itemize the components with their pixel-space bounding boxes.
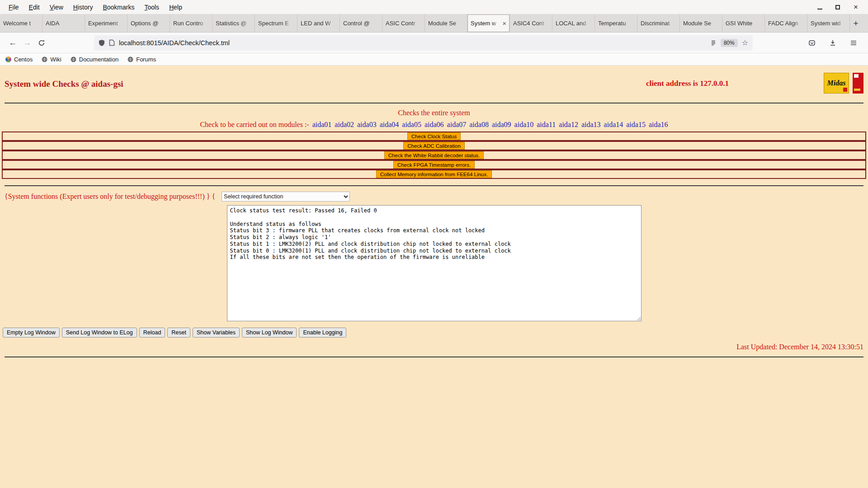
divider bbox=[5, 185, 863, 186]
log-window[interactable]: Clock status test result: Passed 16, Fai… bbox=[227, 205, 642, 321]
tab-label: Module Se bbox=[683, 20, 719, 27]
reload-icon bbox=[38, 39, 45, 47]
bookmark-item[interactable]: Documentation bbox=[71, 56, 118, 63]
check-row: Check ADC Calibration bbox=[2, 141, 866, 150]
browser-tab[interactable]: Module Se × bbox=[425, 14, 467, 32]
module-link[interactable]: aida10 bbox=[514, 121, 534, 128]
menu-item[interactable]: View bbox=[45, 2, 68, 13]
module-link[interactable]: aida15 bbox=[626, 121, 646, 128]
tab-label: LOCAL and bbox=[556, 20, 591, 27]
browser-tab[interactable]: Temperatu × bbox=[595, 14, 637, 32]
page-title: System wide Checks @ aidas-gsi bbox=[5, 79, 123, 89]
check-rows: Check Clock Status Check ADC Calibration… bbox=[0, 131, 868, 179]
back-button[interactable]: ← bbox=[5, 36, 20, 50]
browser-tab[interactable]: GSI White × bbox=[722, 14, 765, 32]
log-action-button[interactable]: Show Variables bbox=[193, 328, 240, 338]
function-select[interactable]: Select required function bbox=[222, 192, 350, 202]
check-button[interactable]: Check FPGA Timestamp errors. bbox=[393, 161, 475, 169]
maximize-button[interactable] bbox=[834, 3, 842, 11]
module-link[interactable]: aida06 bbox=[425, 121, 444, 128]
menu-item[interactable]: Tools bbox=[139, 2, 164, 13]
check-row: Check FPGA Timestamp errors. bbox=[2, 160, 866, 169]
tab-label: System wid bbox=[811, 20, 846, 27]
pocket-icon[interactable] bbox=[805, 36, 819, 50]
shield-icon bbox=[99, 39, 105, 47]
log-action-button[interactable]: Send Log Window to ELog bbox=[62, 328, 137, 338]
browser-tab[interactable]: LED and W × bbox=[297, 14, 340, 32]
check-button[interactable]: Collect Memory information from FEE64 Li… bbox=[376, 170, 492, 178]
browser-tab[interactable]: AIDA × bbox=[42, 14, 85, 32]
page-info-icon[interactable] bbox=[109, 39, 115, 46]
module-link[interactable]: aida09 bbox=[492, 121, 511, 128]
downloads-button[interactable] bbox=[826, 36, 840, 50]
module-link[interactable]: aida04 bbox=[380, 121, 399, 128]
browser-tab[interactable]: Options @ × bbox=[127, 14, 170, 32]
check-button[interactable]: Check Clock Status bbox=[407, 132, 461, 140]
reload-button[interactable] bbox=[34, 36, 49, 50]
module-link[interactable]: aida08 bbox=[469, 121, 489, 128]
bookmark-star-icon[interactable]: ☆ bbox=[742, 38, 748, 47]
secondary-logo bbox=[853, 73, 863, 94]
browser-tab[interactable]: FADC Align × bbox=[765, 14, 807, 32]
close-button[interactable]: × bbox=[852, 3, 860, 11]
forward-button[interactable]: → bbox=[20, 36, 34, 50]
system-subtitle: Checks the entire system bbox=[0, 109, 868, 117]
module-link[interactable]: aida02 bbox=[335, 121, 354, 128]
app-menu-button[interactable] bbox=[846, 36, 861, 50]
minimize-button[interactable] bbox=[816, 3, 824, 11]
expert-functions-line: {System functions (Expert users only for… bbox=[0, 192, 868, 202]
last-updated: Last Updated: December 14, 2024 13:30:51 bbox=[0, 343, 868, 351]
reader-mode-icon[interactable] bbox=[710, 40, 717, 46]
log-action-button[interactable]: Reset bbox=[167, 328, 190, 338]
browser-tab[interactable]: Statistics @ × bbox=[212, 14, 255, 32]
tab-close-icon[interactable]: × bbox=[502, 19, 506, 27]
browser-tab[interactable]: System w × bbox=[467, 14, 510, 32]
check-button[interactable]: Check ADC Calibration bbox=[403, 142, 465, 150]
tab-label: AIDA bbox=[46, 20, 81, 27]
modules-prefix: Check to be carried out on modules :- bbox=[200, 121, 309, 128]
menu-bar: FileEditViewHistoryBookmarksToolsHelp × bbox=[0, 0, 868, 14]
browser-tab[interactable]: ASIC Contr × bbox=[382, 14, 425, 32]
new-tab-button[interactable]: + bbox=[850, 14, 862, 32]
browser-tab[interactable]: Experiment × bbox=[85, 14, 127, 32]
menu-item[interactable]: Edit bbox=[24, 2, 45, 13]
bookmarks-toolbar: Centos Wiki Documentation Forums bbox=[0, 53, 868, 66]
menu-item[interactable]: History bbox=[68, 2, 98, 13]
zoom-level-badge[interactable]: 80% bbox=[721, 39, 738, 47]
globe-icon bbox=[42, 56, 47, 62]
browser-tab[interactable]: ASIC4 Cont × bbox=[510, 14, 552, 32]
module-link[interactable]: aida11 bbox=[537, 121, 556, 128]
menu-item[interactable]: File bbox=[4, 2, 24, 13]
module-link[interactable]: aida03 bbox=[357, 121, 377, 128]
module-link[interactable]: aida16 bbox=[649, 121, 668, 128]
check-button[interactable]: Check the White Rabbit decoder status. bbox=[384, 151, 484, 159]
minimize-icon bbox=[817, 9, 822, 9]
bookmark-centos[interactable]: Centos bbox=[5, 56, 33, 63]
browser-tab[interactable]: LOCAL and × bbox=[552, 14, 595, 32]
browser-tab[interactable]: Control @ × bbox=[340, 14, 382, 32]
log-action-button[interactable]: Empty Log Window bbox=[3, 328, 60, 338]
centos-logo-icon bbox=[4, 55, 12, 63]
browser-tab[interactable]: Spectrum E × bbox=[255, 14, 297, 32]
browser-tab[interactable]: Welcome t × bbox=[0, 14, 42, 32]
check-row: Check Clock Status bbox=[2, 131, 866, 141]
module-link[interactable]: aida01 bbox=[312, 121, 332, 128]
bookmark-item[interactable]: Forums bbox=[127, 56, 156, 63]
module-link[interactable]: aida12 bbox=[559, 121, 578, 128]
log-action-button[interactable]: Enable Logging bbox=[299, 328, 346, 338]
browser-tab[interactable]: Run Contro × bbox=[170, 14, 212, 32]
module-link[interactable]: aida05 bbox=[402, 121, 421, 128]
module-link[interactable]: aida14 bbox=[604, 121, 623, 128]
menu-item[interactable]: Bookmarks bbox=[98, 2, 139, 13]
tab-label: ASIC Contr bbox=[386, 20, 421, 27]
bookmark-item[interactable]: Wiki bbox=[42, 56, 61, 63]
module-link[interactable]: aida07 bbox=[447, 121, 467, 128]
browser-tab[interactable]: Discriminat × bbox=[637, 14, 680, 32]
log-action-button[interactable]: Reload bbox=[139, 328, 165, 338]
log-action-button[interactable]: Show Log Window bbox=[242, 328, 297, 338]
menu-item[interactable]: Help bbox=[164, 2, 187, 13]
browser-tab[interactable]: System wid × bbox=[807, 14, 850, 32]
module-link[interactable]: aida13 bbox=[581, 121, 601, 128]
browser-tab[interactable]: Module Se × bbox=[680, 14, 722, 32]
url-bar[interactable]: localhost:8015/AIDA/Check/Check.tml 80% … bbox=[94, 35, 753, 51]
